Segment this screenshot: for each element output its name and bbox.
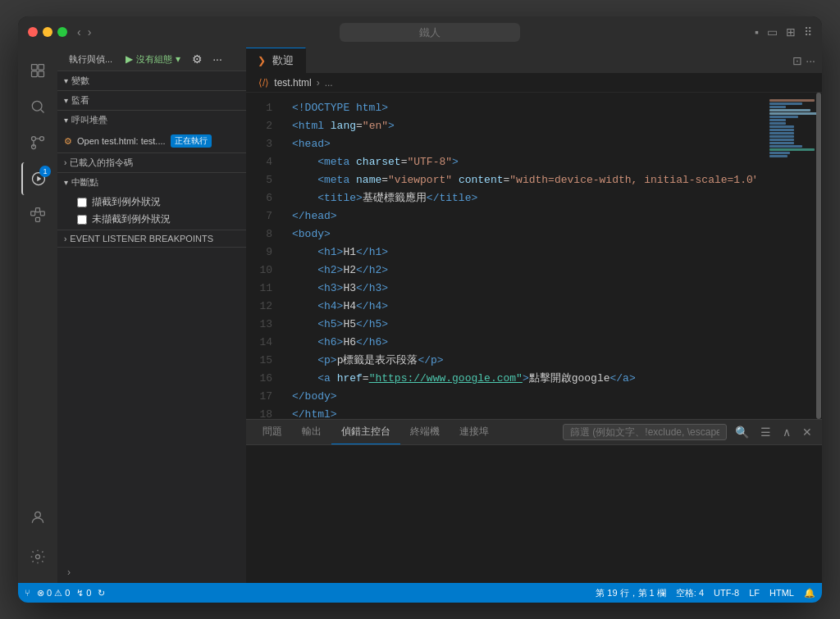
watch-title: 監看 xyxy=(71,94,89,107)
caught-exceptions-checkbox[interactable] xyxy=(77,198,87,207)
close-button[interactable] xyxy=(28,27,38,37)
activity-extensions[interactable] xyxy=(21,198,54,231)
event-listener-header[interactable]: › EVENT LISTENER BREAKPOINTS xyxy=(57,230,246,247)
svg-point-15 xyxy=(35,512,41,517)
code-line-17: </body> xyxy=(285,388,756,406)
file-icon: ⟨/⟩ xyxy=(258,77,269,89)
code-line-10: <h2>H2</h2> xyxy=(285,262,756,280)
svg-line-5 xyxy=(41,110,44,113)
code-line-18: </html> xyxy=(285,406,756,419)
code-content[interactable]: <!DOCTYPE html> <html lang="en"> <head> … xyxy=(282,93,756,419)
more-icon[interactable]: ⠿ xyxy=(804,25,812,39)
code-line-3: <head> xyxy=(285,135,756,153)
tab-welcome[interactable]: ❯ 歡迎 xyxy=(246,48,306,73)
run-debug-label: 執行與偵... xyxy=(64,52,117,67)
panel-close-button[interactable]: ✕ xyxy=(799,426,815,439)
sync-icon: ↻ xyxy=(98,588,105,599)
code-line-9: <h1>H1</h1> xyxy=(285,244,756,262)
traffic-lights xyxy=(28,27,67,37)
settings-gear-button[interactable]: ⚙ xyxy=(189,51,206,67)
status-vscode-icon[interactable]: ⑂ xyxy=(25,588,30,598)
editor-scrollbar[interactable] xyxy=(815,93,822,419)
code-line-4: <meta charset="UTF-8"> xyxy=(285,153,756,171)
status-sync[interactable]: ↻ xyxy=(98,588,105,599)
variables-header[interactable]: ▾ 變數 xyxy=(57,71,246,90)
panel-tab-ports[interactable]: 連接埠 xyxy=(450,420,499,444)
call-stack-item[interactable]: ⚙ Open test.html: test.... 正在執行 xyxy=(57,131,246,151)
svg-point-4 xyxy=(32,101,42,111)
more-actions-button[interactable]: ··· xyxy=(209,51,226,67)
loaded-scripts-arrow: › xyxy=(64,158,66,167)
status-left: ⑂ ⊗ 0 ⚠ 0 ↯ 0 ↻ xyxy=(25,588,105,599)
running-status: 正在執行 xyxy=(171,134,212,148)
more-tabs-icon[interactable]: ··· xyxy=(806,54,815,67)
forward-button[interactable]: › xyxy=(88,25,92,39)
activity-account[interactable] xyxy=(21,501,54,534)
status-language[interactable]: HTML xyxy=(769,588,794,598)
play-button[interactable]: ▶ 沒有組態 ▾ xyxy=(121,52,185,67)
svg-rect-12 xyxy=(36,208,40,212)
editor-area: ❯ 歡迎 ⊡ ··· ⟨/⟩ test.html › ... xyxy=(246,48,822,583)
panel-right-actions: 🔍 ☰ ∧ ✕ xyxy=(563,424,815,440)
status-info[interactable]: ↯ 0 xyxy=(76,588,91,599)
code-editor: 1 2 3 4 5 6 7 8 9 10 11 12 13 14 xyxy=(246,93,756,419)
watch-section: ▾ 監看 xyxy=(57,91,246,111)
panel-tab-terminal[interactable]: 終端機 xyxy=(400,420,450,444)
panel-layout-icon[interactable]: ▭ xyxy=(767,25,778,39)
panel-tab-output[interactable]: 輸出 xyxy=(292,420,331,444)
breadcrumb-section[interactable]: ... xyxy=(325,77,333,89)
search-input[interactable] xyxy=(340,23,520,42)
panel-list-button[interactable]: ☰ xyxy=(757,426,774,439)
expand-arrow[interactable]: › xyxy=(57,562,246,583)
code-area: 1 2 3 4 5 6 7 8 9 10 11 12 13 14 xyxy=(246,93,822,419)
scrollbar-thumb xyxy=(816,93,821,419)
activity-search[interactable] xyxy=(21,90,54,123)
maximize-button[interactable] xyxy=(57,27,67,37)
minimize-button[interactable] xyxy=(43,27,52,37)
loaded-scripts-header[interactable]: › 已載入的指令碼 xyxy=(57,153,246,172)
breakpoint-caught[interactable]: 擷截到例外狀況 xyxy=(57,193,246,211)
gear-spin-icon: ⚙ xyxy=(64,136,72,147)
activity-settings[interactable] xyxy=(21,540,54,573)
bell-icon: ↯ xyxy=(76,588,84,599)
panel-search-button[interactable]: 🔍 xyxy=(732,426,752,439)
svg-rect-14 xyxy=(36,217,40,221)
activity-run[interactable]: 1 xyxy=(21,162,54,195)
panel-collapse-button[interactable]: ∧ xyxy=(779,426,794,439)
panel-filter-input[interactable] xyxy=(563,424,727,440)
watch-header[interactable]: ▾ 監看 xyxy=(57,91,246,110)
breakpoint-uncaught[interactable]: 未擷截到例外狀況 xyxy=(57,211,246,228)
layout-icon[interactable]: ⊞ xyxy=(786,25,796,39)
status-line-col[interactable]: 第 19 行，第 1 欄 xyxy=(596,587,666,599)
status-encoding[interactable]: UTF-8 xyxy=(714,588,739,598)
panel: 問題 輸出 偵錯主控台 終端機 連接埠 🔍 ☰ ∧ ✕ xyxy=(246,419,822,583)
panel-tab-problems[interactable]: 問題 xyxy=(253,420,292,444)
code-line-11: <h3>H3</h3> xyxy=(285,280,756,298)
title-right-icons: ▪ ▭ ⊞ ⠿ xyxy=(755,25,812,39)
run-badge: 1 xyxy=(39,166,51,177)
activity-explorer[interactable] xyxy=(21,54,54,87)
code-line-6: <title>基礎標籤應用</title> xyxy=(285,189,756,207)
panel-tab-debug-console[interactable]: 偵錯主控台 xyxy=(331,420,400,444)
activity-source-control[interactable] xyxy=(21,126,54,159)
tab-icon: ❯ xyxy=(258,55,266,66)
tab-bar-actions: ⊡ ··· xyxy=(786,54,822,67)
notifications-icon: 🔔 xyxy=(804,588,815,599)
breadcrumb-file[interactable]: test.html xyxy=(274,77,311,89)
back-button[interactable]: ‹ xyxy=(77,25,81,39)
call-stack-header[interactable]: ▾ 呼叫堆疊 xyxy=(57,111,246,130)
caught-exceptions-label: 擷截到例外狀況 xyxy=(92,195,161,209)
split-editor-icon[interactable]: ▪ xyxy=(755,25,759,39)
event-listener-arrow: › xyxy=(64,234,66,244)
activity-bottom xyxy=(21,501,54,576)
status-eol[interactable]: LF xyxy=(749,588,760,598)
panel-tabs: 問題 輸出 偵錯主控台 終端機 連接埠 🔍 ☰ ∧ ✕ xyxy=(246,420,822,445)
status-spaces[interactable]: 空格: 4 xyxy=(676,587,704,599)
status-notifications[interactable]: 🔔 xyxy=(804,588,815,599)
split-editor-icon[interactable]: ⊡ xyxy=(792,54,802,67)
status-errors[interactable]: ⊗ 0 ⚠ 0 xyxy=(37,588,70,599)
svg-point-7 xyxy=(40,137,44,141)
vscode-window: ‹ › ▪ ▭ ⊞ ⠿ xyxy=(18,16,822,603)
uncaught-exceptions-checkbox[interactable] xyxy=(77,215,87,225)
breakpoints-header[interactable]: ▾ 中斷點 xyxy=(57,173,246,192)
